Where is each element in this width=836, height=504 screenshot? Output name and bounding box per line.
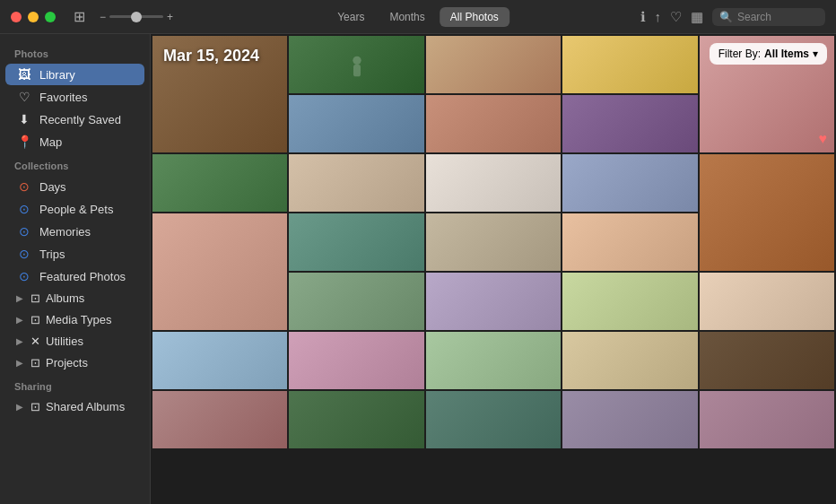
photo-cell[interactable] bbox=[289, 391, 423, 448]
sidebar-item-albums[interactable]: ▶ ⊡ Albums bbox=[5, 288, 144, 308]
filter-button[interactable]: Filter By: All Items ▾ bbox=[710, 43, 827, 65]
grid-icon[interactable]: ▦ bbox=[691, 9, 703, 25]
search-icon: 🔍 bbox=[719, 11, 733, 23]
chevron-right-icon: ▶ bbox=[16, 315, 23, 325]
sidebar-item-trips[interactable]: ⊙ Trips bbox=[5, 243, 144, 265]
photo-cell[interactable] bbox=[562, 391, 697, 448]
sidebar-item-people-pets[interactable]: ⊙ People & Pets bbox=[5, 198, 144, 220]
tab-years[interactable]: Years bbox=[327, 7, 375, 27]
layout-icon[interactable]: ⊞ bbox=[74, 8, 85, 25]
zoom-slider[interactable]: − + bbox=[100, 11, 173, 23]
media-types-icon: ⊡ bbox=[30, 313, 40, 326]
tab-all-photos[interactable]: All Photos bbox=[440, 7, 509, 27]
photo-cell[interactable] bbox=[289, 273, 423, 330]
photo-cell[interactable] bbox=[562, 332, 697, 389]
sidebar-item-media-types[interactable]: ▶ ⊡ Media Types bbox=[5, 309, 144, 330]
photo-cell[interactable] bbox=[426, 391, 561, 448]
photo-cell[interactable] bbox=[700, 273, 834, 330]
zoom-minus-icon[interactable]: − bbox=[100, 11, 106, 23]
sidebar-item-label: Albums bbox=[46, 291, 84, 305]
photo-cell[interactable] bbox=[289, 95, 423, 152]
sidebar-item-memories[interactable]: ⊙ Memories bbox=[5, 221, 144, 242]
sidebar-item-favorites[interactable]: ♡ Favorites bbox=[5, 86, 144, 108]
svg-rect-1 bbox=[353, 65, 361, 76]
photo-cell[interactable] bbox=[700, 332, 834, 389]
toolbar-left: ⊞ − + bbox=[74, 8, 173, 25]
photo-cell[interactable] bbox=[426, 36, 561, 93]
photo-cell[interactable] bbox=[152, 391, 287, 448]
photo-cell[interactable] bbox=[562, 273, 697, 330]
photo-cell[interactable] bbox=[562, 36, 697, 93]
tab-months[interactable]: Months bbox=[379, 7, 435, 27]
maximize-button[interactable] bbox=[45, 12, 56, 22]
photo-cell[interactable] bbox=[562, 213, 697, 271]
memories-icon: ⊙ bbox=[16, 224, 32, 239]
sidebar-item-label: Memories bbox=[39, 225, 91, 239]
photo-cell[interactable] bbox=[426, 95, 561, 152]
sidebar-item-label: Utilities bbox=[46, 335, 83, 348]
toolbar-right: ℹ ↑ ♡ ▦ 🔍 bbox=[640, 8, 826, 26]
heart-icon[interactable]: ♡ bbox=[670, 9, 682, 25]
photo-cell[interactable] bbox=[289, 154, 423, 212]
sidebar: Photos 🖼 Library ♡ Favorites ⬇ Recently … bbox=[0, 34, 151, 504]
chevron-right-icon: ▶ bbox=[16, 358, 23, 368]
sidebar-item-label: Featured Photos bbox=[39, 270, 126, 283]
photo-date: Mar 15, 2024 bbox=[163, 47, 259, 65]
photo-cell[interactable] bbox=[426, 332, 561, 389]
sidebar-item-label: Media Types bbox=[46, 313, 111, 326]
photo-cell[interactable] bbox=[562, 154, 697, 212]
search-input[interactable] bbox=[737, 11, 818, 23]
photo-cell[interactable] bbox=[289, 213, 423, 271]
minimize-button[interactable] bbox=[28, 12, 39, 22]
sidebar-item-label: Projects bbox=[46, 356, 88, 369]
content-wrapper: Filter By: All Items ▾ Mar 15, 2024 bbox=[151, 34, 836, 504]
map-icon: 📍 bbox=[16, 135, 32, 149]
library-icon: 🖼 bbox=[16, 67, 32, 82]
close-button[interactable] bbox=[11, 12, 22, 22]
titlebar: ⊞ − + Years Months All Photos ℹ ↑ ♡ ▦ 🔍 bbox=[0, 0, 836, 34]
photo-cell[interactable] bbox=[289, 36, 423, 93]
sidebar-item-label: Favorites bbox=[39, 91, 87, 104]
sidebar-item-projects[interactable]: ▶ ⊡ Projects bbox=[5, 352, 144, 373]
sidebar-item-days[interactable]: ⊙ Days bbox=[5, 176, 144, 197]
info-icon[interactable]: ℹ bbox=[640, 9, 646, 25]
photo-cell[interactable] bbox=[152, 154, 287, 212]
heart-badge: ♥ bbox=[818, 131, 827, 147]
people-pets-icon: ⊙ bbox=[16, 202, 32, 216]
sidebar-item-utilities[interactable]: ▶ ✕ Utilities bbox=[5, 331, 144, 352]
zoom-track bbox=[109, 15, 163, 18]
photo-cell[interactable] bbox=[152, 332, 287, 389]
sidebar-item-shared-albums[interactable]: ▶ ⊡ Shared Albums bbox=[5, 396, 144, 417]
photo-grid: Mar 15, 2024 ♥ bbox=[151, 34, 836, 504]
photo-cell[interactable] bbox=[289, 332, 423, 389]
photo-cell[interactable] bbox=[426, 154, 561, 212]
sidebar-item-featured-photos[interactable]: ⊙ Featured Photos bbox=[5, 265, 144, 287]
photo-cell[interactable] bbox=[700, 391, 834, 448]
traffic-lights bbox=[11, 12, 56, 22]
main-layout: Photos 🖼 Library ♡ Favorites ⬇ Recently … bbox=[0, 34, 836, 504]
photo-cell[interactable] bbox=[426, 213, 561, 271]
chevron-right-icon: ▶ bbox=[16, 402, 23, 412]
photo-cell[interactable] bbox=[426, 273, 561, 330]
search-box[interactable]: 🔍 bbox=[712, 8, 825, 26]
chevron-right-icon: ▶ bbox=[16, 293, 23, 303]
days-icon: ⊙ bbox=[16, 179, 32, 194]
sidebar-item-map[interactable]: 📍 Map bbox=[5, 131, 144, 152]
sidebar-item-label: Map bbox=[39, 135, 62, 149]
view-tabs: Years Months All Photos bbox=[327, 7, 509, 27]
share-icon[interactable]: ↑ bbox=[655, 9, 662, 24]
photo-cell[interactable] bbox=[152, 213, 287, 330]
zoom-thumb bbox=[131, 12, 142, 22]
sidebar-item-recently-saved[interactable]: ⬇ Recently Saved bbox=[5, 109, 144, 130]
chevron-right-icon: ▶ bbox=[16, 336, 23, 346]
trips-icon: ⊙ bbox=[16, 247, 32, 261]
photo-cell[interactable] bbox=[700, 154, 834, 271]
photo-cell[interactable] bbox=[562, 95, 697, 152]
photo-cell[interactable]: Mar 15, 2024 bbox=[152, 36, 287, 152]
sidebar-item-label: People & Pets bbox=[39, 203, 113, 216]
albums-icon: ⊡ bbox=[30, 291, 40, 305]
sidebar-item-library[interactable]: 🖼 Library bbox=[5, 64, 144, 85]
zoom-plus-icon[interactable]: + bbox=[167, 11, 173, 23]
filter-value: All Items bbox=[764, 48, 809, 60]
photo-figure bbox=[339, 56, 375, 91]
